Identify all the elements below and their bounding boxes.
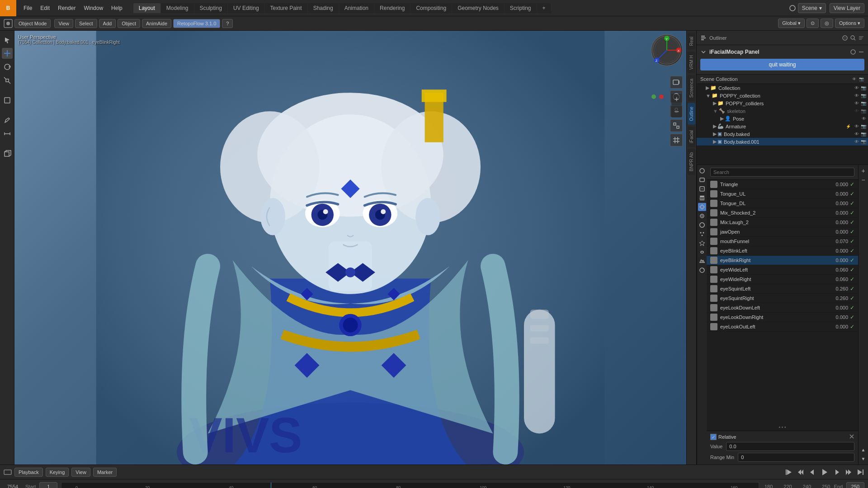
value-input[interactable] <box>726 442 854 451</box>
quit-waiting-btn[interactable]: quit waiting <box>700 59 864 70</box>
jump-end-icon[interactable] <box>856 468 864 476</box>
sk-jaw-open-check[interactable]: ✓ <box>850 229 854 235</box>
tab-animation[interactable]: Animation <box>339 3 374 13</box>
outline-item-collection[interactable]: ▶ 📁 Collection 👁 📷 <box>697 84 868 92</box>
sk-mouth-funnel-check[interactable]: ✓ <box>850 238 854 244</box>
tab-add[interactable]: + <box>537 3 551 13</box>
tab-shading[interactable]: Shading <box>308 3 339 13</box>
skeleton-render[interactable]: 📷 <box>861 108 866 113</box>
constraint-props-icon[interactable] <box>698 248 706 256</box>
sk-eye-look-out-left[interactable]: eyeLookOutLeft 0.000 ✓ <box>707 322 858 332</box>
tab-geometry-nodes[interactable]: Geometry Nodes <box>452 3 504 13</box>
close-btn-bottom[interactable] <box>849 434 854 440</box>
end-frame-input[interactable]: 250 <box>846 482 864 488</box>
transform-tool[interactable] <box>2 95 13 106</box>
select-btn[interactable]: Select <box>75 19 97 28</box>
render-props-icon[interactable] <box>698 176 706 184</box>
tab-layout[interactable]: Layout <box>133 3 160 13</box>
sk-eye-squint-right-check[interactable]: ✓ <box>850 295 854 301</box>
range-min-input[interactable] <box>738 453 854 462</box>
side-tab-screenca[interactable]: Screenca <box>688 75 695 101</box>
output-props-icon[interactable] <box>698 185 706 193</box>
measure-tool[interactable] <box>2 128 13 139</box>
view-layer-props-icon[interactable] <box>698 194 706 202</box>
side-tab-outline[interactable]: Outline <box>688 103 695 125</box>
tab-texture-paint[interactable]: Texture Paint <box>265 3 307 13</box>
sk-eye-squint-left-check[interactable]: ✓ <box>850 286 854 292</box>
side-tab-vrm[interactable]: VRM H <box>688 52 695 73</box>
scale-tool[interactable] <box>2 75 13 86</box>
sk-triangle[interactable]: Triangle 0.000 ✓ <box>707 180 858 189</box>
scene-selector[interactable]: Scene ▾ <box>798 3 826 13</box>
timeline-cursor[interactable] <box>271 483 271 488</box>
side-tab-ifacial[interactable]: iFacial <box>688 127 695 147</box>
sk-triangle-check[interactable]: ✓ <box>850 181 854 188</box>
options-btn[interactable]: Options ▾ <box>835 19 864 28</box>
sk-eye-wide-right[interactable]: eyeWideRight 0.060 ✓ <box>707 275 858 284</box>
object-props-icon[interactable] <box>698 212 706 220</box>
body-baked-001-render[interactable]: 📷 <box>861 139 866 144</box>
next-keyframe-icon[interactable] <box>844 468 853 476</box>
physics-props-icon[interactable] <box>698 239 706 247</box>
timeline-track[interactable]: 0 20 40 60 80 100 120 140 160 <box>61 482 759 488</box>
poppy-eye[interactable]: 👁 <box>854 93 859 98</box>
global-transform[interactable]: Global ▾ <box>778 19 805 28</box>
search-input[interactable] <box>710 168 854 177</box>
add-shapekey-btn[interactable]: + <box>859 167 868 175</box>
rotate-tool[interactable] <box>2 61 13 72</box>
help-btn[interactable]: ? <box>222 19 233 28</box>
poppy-render[interactable]: 📷 <box>861 93 866 98</box>
menu-help[interactable]: Help <box>108 3 126 13</box>
collapse-icon[interactable] <box>858 49 864 55</box>
sk-tongue-ul-check[interactable]: ✓ <box>850 191 854 197</box>
sort-icon[interactable] <box>858 35 864 41</box>
tab-uv-editing[interactable]: UV Editing <box>228 3 264 13</box>
outline-item-pose[interactable]: ▶ 👤 Pose 👁 <box>697 115 868 122</box>
search-icon-outliner[interactable] <box>850 35 856 41</box>
data-props-icon[interactable] <box>698 203 706 211</box>
sk-eye-wide-left-check[interactable]: ✓ <box>850 267 854 273</box>
tab-scripting[interactable]: Scripting <box>505 3 537 13</box>
menu-edit[interactable]: Edit <box>37 3 53 13</box>
grid-btn[interactable] <box>670 134 683 146</box>
zoom-in-btn[interactable]: + <box>671 94 682 105</box>
tab-sculpting[interactable]: Sculpting <box>194 3 227 13</box>
tab-compositing[interactable]: Compositing <box>410 3 452 13</box>
sk-eye-blink-left-check[interactable]: ✓ <box>850 248 854 254</box>
sk-mix-laugh[interactable]: Mix:Laugh_2 0.000 ✓ <box>707 218 858 227</box>
view-layer-selector[interactable]: View Layer <box>830 3 864 13</box>
object-mode-btn[interactable]: Object Mode <box>14 19 51 28</box>
prev-frame-icon[interactable] <box>808 468 816 476</box>
sk-mix-shocked-check[interactable]: ✓ <box>850 210 854 216</box>
keying-btn[interactable]: Keying <box>46 468 69 477</box>
annotate-tool[interactable] <box>2 115 13 126</box>
object-btn[interactable]: Object <box>118 19 140 28</box>
sk-eye-blink-left[interactable]: eyeBlinkLeft 0.000 ✓ <box>707 246 858 256</box>
motion-paths-btn[interactable] <box>670 119 683 132</box>
navigation-gizmo[interactable]: X Y Z <box>646 34 683 70</box>
collection-eye[interactable]: 👁 <box>854 85 859 90</box>
panel-toggle-icon[interactable] <box>700 49 707 55</box>
sk-eye-squint-right[interactable]: eyeSquintRight 0.260 ✓ <box>707 294 858 303</box>
outline-item-body-baked-001[interactable]: ▶ ▣ Body.baked.001 👁 📷 <box>697 138 868 145</box>
menu-render[interactable]: Render <box>54 3 79 13</box>
material-props-icon[interactable] <box>698 266 706 274</box>
nav-sphere[interactable]: X Y Z <box>651 34 683 66</box>
tab-rendering[interactable]: Rendering <box>374 3 410 13</box>
snap-btn[interactable]: ⊙ <box>807 19 819 28</box>
sk-tongue-dl[interactable]: Tongue_DL 0.000 ✓ <box>707 199 858 208</box>
colliders-render[interactable]: 📷 <box>861 101 866 106</box>
sk-mouth-funnel[interactable]: mouthFunnel 0.070 ✓ <box>707 237 858 246</box>
playback-btn[interactable]: Playback <box>14 468 43 477</box>
prev-keyframe-icon[interactable] <box>797 468 805 476</box>
move-tool[interactable] <box>2 48 13 59</box>
armature-eye[interactable]: 👁 <box>854 124 859 129</box>
outline-item-poppy[interactable]: ▼ 📁 POPPY_collection 👁 📷 <box>697 92 868 99</box>
collapse-list-btn[interactable]: ▼ <box>859 455 868 463</box>
marker-btn[interactable]: Marker <box>93 468 117 477</box>
pin-icon[interactable] <box>850 49 856 55</box>
sk-eye-look-out-left-check[interactable]: ✓ <box>850 324 854 330</box>
skeleton-eye[interactable]: 👁 <box>854 108 859 113</box>
remove-shapekey-btn[interactable]: − <box>859 176 868 184</box>
sk-eye-look-down-left-check[interactable]: ✓ <box>850 305 854 311</box>
